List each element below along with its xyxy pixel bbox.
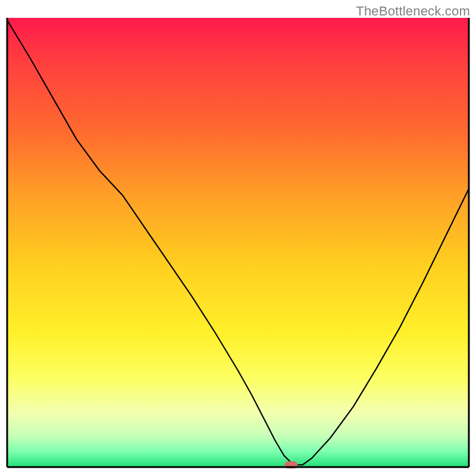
watermark: TheBottleneck.com <box>356 4 470 19</box>
bottleneck-chart <box>0 0 476 476</box>
chart-container: TheBottleneck.com <box>0 0 476 476</box>
plot-background <box>7 18 469 467</box>
